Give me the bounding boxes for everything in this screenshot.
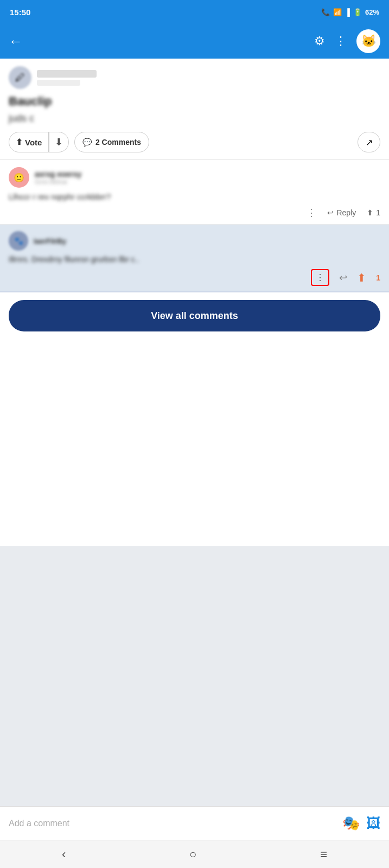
reply-icon: ↩ xyxy=(327,208,334,217)
nav-bar: ← ⚙ ⋮ 🐱 xyxy=(0,24,389,59)
vote-button[interactable]: ⬆ Vote ⬇ xyxy=(9,132,69,152)
nested-reply-author-row: 🐾 laerFilrBy xyxy=(9,231,380,251)
system-back-button[interactable]: ‹ xyxy=(62,847,66,861)
nested-reply-icon[interactable]: ↩ xyxy=(339,272,347,284)
upvote-button[interactable]: ⬆ 1 xyxy=(367,208,380,217)
nested-reply-avatar: 🐾 xyxy=(9,231,28,251)
system-home-button[interactable]: ○ xyxy=(189,847,196,861)
nav-left: ← xyxy=(9,33,23,50)
wifi-icon: 📶 xyxy=(333,8,342,16)
status-time: 15:50 xyxy=(10,8,30,17)
post-actions: ⬆ Vote ⬇ 💬 2 Comments ↗ xyxy=(9,132,380,152)
comment-author-sub: Grnrr.Akhrar xyxy=(35,178,81,185)
upvote-inner[interactable]: ⬆ Vote xyxy=(9,137,48,147)
nested-reply-actions: ⋮ ↩ ⬆ 1 xyxy=(9,269,380,286)
comments-icon: 💬 xyxy=(82,138,92,146)
signal-icon: ▐ xyxy=(345,8,350,16)
comment-author-avatar: 🙂 xyxy=(9,167,29,188)
status-bar: 15:50 📞 📶 ▐ 🔋 62% xyxy=(0,0,389,24)
post-subtitle: juds c xyxy=(9,113,380,124)
post-author-row: 🖊 xyxy=(9,66,380,89)
upvote-count: 1 xyxy=(376,208,380,217)
view-all-comments-button[interactable]: View all comments xyxy=(9,300,380,331)
emoji-icon[interactable]: 🎭 xyxy=(342,815,360,832)
nested-upvote-icon[interactable]: ⬆ xyxy=(357,271,366,284)
bottom-input-bar: Add a comment 🎭 🖼 xyxy=(0,806,389,840)
share-icon: ↗ xyxy=(366,137,373,148)
upvote-icon: ⬆ xyxy=(367,208,373,217)
system-nav-bar: ‹ ○ ≡ xyxy=(0,840,389,868)
comments-button[interactable]: 💬 2 Comments xyxy=(74,132,149,152)
post-author-info xyxy=(37,70,97,86)
main-content: 🖊 Bauclip juds c ⬆ Vote ⬇ 💬 2 Comments xyxy=(0,59,389,546)
filter-icon[interactable]: ⚙ xyxy=(314,34,325,48)
phone-icon: 📞 xyxy=(321,8,330,16)
comment-actions: ⋮ ↩ Reply ⬆ 1 xyxy=(9,207,380,219)
more-options-icon[interactable]: ⋮ xyxy=(335,34,347,48)
user-avatar[interactable]: 🐱 xyxy=(356,29,380,53)
reply-label: Reply xyxy=(336,208,356,217)
system-menu-button[interactable]: ≡ xyxy=(320,847,327,861)
comment-input[interactable]: Add a comment xyxy=(9,819,336,828)
post-section: 🖊 Bauclip juds c ⬆ Vote ⬇ 💬 2 Comments xyxy=(0,59,389,159)
status-icons: 📞 📶 ▐ 🔋 62% xyxy=(321,8,379,16)
nested-reply: 🐾 laerFilrBy Illrnrs. Drexdrny filunrsn … xyxy=(0,225,389,292)
battery-icon: 🔋 xyxy=(353,8,362,16)
upvote-arrow-icon: ⬆ xyxy=(16,137,23,147)
nested-upvote-count: 1 xyxy=(376,273,380,282)
battery-level: 62% xyxy=(365,8,379,16)
comment-author-name: axrxg eoersy xyxy=(35,170,81,178)
post-author-avatar: 🖊 xyxy=(9,66,31,89)
nested-reply-text: Illrnrs. Drexdrny filunrsn grurbsn llbr … xyxy=(9,255,380,264)
comment-more-icon[interactable]: ⋮ xyxy=(307,207,316,219)
comment-author-row: 🙂 axrxg eoersy Grnrr.Akhrar xyxy=(9,167,380,188)
post-author-name xyxy=(37,70,97,78)
gray-area xyxy=(0,546,389,806)
post-author-sub xyxy=(37,80,80,86)
downvote-button[interactable]: ⬇ xyxy=(49,136,68,148)
nested-more-options-icon[interactable]: ⋮ xyxy=(311,269,329,286)
reply-button[interactable]: ↩ Reply xyxy=(327,208,356,217)
nav-right: ⚙ ⋮ 🐱 xyxy=(314,29,380,53)
back-button[interactable]: ← xyxy=(9,33,23,50)
view-all-comments-wrapper: View all comments xyxy=(0,292,389,341)
image-icon[interactable]: 🖼 xyxy=(366,815,380,832)
comments-label: 2 Comments xyxy=(95,138,141,146)
comment-text: Llhccr r rev nqrphr ccrkbbrr? xyxy=(9,192,380,201)
share-button[interactable]: ↗ xyxy=(358,132,380,152)
post-title: Bauclip xyxy=(9,94,380,108)
comment-1: 🙂 axrxg eoersy Grnrr.Akhrar Llhccr r rev… xyxy=(0,159,389,225)
vote-label: Vote xyxy=(25,138,42,147)
nested-reply-author-name: laerFilrBy xyxy=(34,237,66,245)
comment-author-info: axrxg eoersy Grnrr.Akhrar xyxy=(35,170,81,185)
